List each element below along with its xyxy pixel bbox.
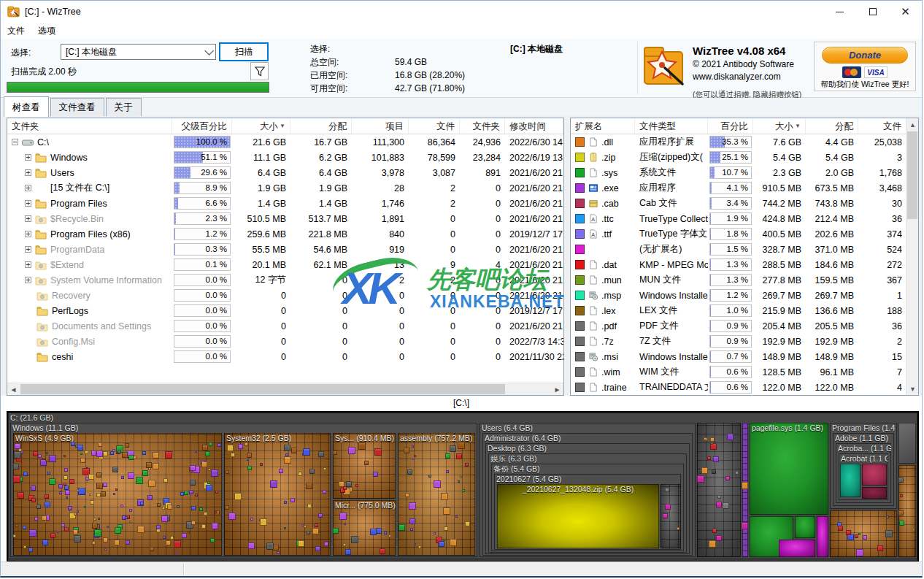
column-header[interactable]: 分配 (806, 118, 858, 134)
treemap[interactable]: C: (21.6 GB)Windows (11.1 GB)WinSxS (4.9… (7, 411, 919, 562)
modified-cell: 2022/6/30 14:0 (505, 137, 563, 147)
treemap-block[interactable]: assembly (757.2 MB) (398, 433, 475, 556)
website-link[interactable]: www.diskanalyzer.com (693, 72, 817, 82)
treemap-tile[interactable] (697, 423, 741, 557)
scroll-down-icon[interactable]: ▼ (906, 383, 919, 395)
column-header[interactable]: 修改时间 (505, 118, 563, 134)
maximize-button[interactable] (856, 1, 889, 23)
expand-icon[interactable] (25, 215, 31, 222)
table-row[interactable]: .pdfPDF 文件0.9 %205.4 MB205.5 MB36 (571, 318, 918, 334)
menu-item-file[interactable]: 文件 (1, 23, 31, 39)
treemap-tile[interactable] (830, 510, 897, 557)
expand-icon[interactable] (25, 231, 31, 237)
column-header[interactable]: 文件夹 (7, 118, 172, 134)
table-row[interactable]: Recovery0.0 %000002021/6/20 21:1 (7, 288, 563, 303)
table-row[interactable]: System Volume Information0.0 %12 字节02202… (7, 272, 563, 288)
column-header[interactable]: 文件 (409, 118, 460, 134)
treemap-block[interactable]: _20210627_132048.zip (5.4 GB) (497, 484, 659, 548)
table-row[interactable]: .7z7Z 文件0.9 %192.9 MB192.9 MB2 (571, 334, 918, 349)
table-row[interactable]: .cabCab 文件3.4 %744.2 MB743.8 MB30 (571, 196, 918, 211)
column-header[interactable]: 文件 (858, 118, 906, 134)
expand-icon[interactable] (25, 185, 31, 191)
table-row[interactable]: .munMUN 文件1.3 %277.8 MB159.5 MB367 (571, 272, 918, 288)
table-row[interactable]: Documents and Settings0.0 %000002021/6/2… (7, 318, 563, 334)
treemap-tile[interactable] (898, 465, 916, 557)
horizontal-scrollbar[interactable]: ◄ ► (7, 383, 563, 395)
column-header[interactable]: 文件类型 (635, 118, 708, 134)
table-row[interactable]: .exe应用程序4.1 %910.5 MB673.5 MB3,468 (571, 180, 918, 196)
table-row[interactable]: .traineTRAINEDDATA 文0.6 %122.0 MB122.0 M… (571, 380, 918, 395)
treemap-tile[interactable] (862, 487, 887, 499)
collapse-icon[interactable] (12, 139, 18, 145)
table-row[interactable]: Users29.6 %6.4 GB6.4 GB3,9783,0878912021… (7, 165, 563, 180)
table-row[interactable]: $Extend0.1 %20.1 MB62.1 MB13942021/6/20 … (7, 257, 563, 272)
expand-icon[interactable] (25, 246, 31, 253)
treemap-tile[interactable] (779, 540, 815, 557)
treemap-block[interactable]: pagefile.sys (1.4 GB) (750, 423, 828, 515)
column-header[interactable]: 父级百分比 (172, 118, 232, 134)
treemap-tile[interactable] (661, 484, 681, 548)
treemap-block[interactable]: Micr... (775.0 MB) (333, 500, 396, 556)
menu-item-options[interactable]: 选项 (31, 23, 62, 39)
expand-icon[interactable] (25, 261, 31, 268)
table-row[interactable]: Program Files (x86)1.2 %259.6 MB221.8 MB… (7, 226, 563, 242)
scrollbar-thumb[interactable] (907, 131, 917, 219)
table-row[interactable]: .msiWindows Installe0.7 %148.9 MB148.9 M… (571, 349, 918, 364)
treemap-tile[interactable] (742, 423, 748, 557)
tab-树查看[interactable]: 树查看 (4, 96, 49, 117)
donate-button[interactable]: Donate (822, 47, 908, 64)
treemap-block[interactable]: Sys... (910.4 MB) (333, 433, 396, 499)
tab-文件查看[interactable]: 文件查看 (50, 98, 104, 117)
column-header[interactable]: 大小 ▼ (753, 118, 806, 134)
expand-icon[interactable] (25, 169, 31, 176)
close-button[interactable]: ✕ (889, 1, 922, 23)
treemap-block[interactable]: WinSxS (4.9 GB) (13, 433, 222, 556)
table-row[interactable]: .wimWIM 文件0.6 %128.5 MB96.1 MB7 (571, 364, 918, 380)
expand-icon[interactable] (25, 277, 31, 283)
table-row[interactable]: A.ttcTrueType Collect1.9 %424.8 MB212.4 … (571, 211, 918, 226)
scrollbar-thumb[interactable] (20, 384, 505, 394)
table-row[interactable]: .dll应用程序扩展35.3 %7.6 GB4.4 GB25,038 (571, 134, 918, 150)
table-row[interactable]: (无扩展名)1.5 %328.7 MB371.0 MB524 (571, 242, 918, 257)
treemap-tile[interactable] (898, 423, 916, 464)
treemap-tile[interactable] (817, 516, 828, 557)
column-header[interactable]: 扩展名 (571, 118, 635, 134)
filter-button[interactable] (250, 62, 269, 80)
scroll-left-icon[interactable]: ◄ (7, 383, 20, 396)
table-row[interactable]: .lexLEX 文件1.0 %215.9 MB136.6 MB188 (571, 303, 918, 318)
table-row[interactable]: Config.Msi0.0 %000002022/7/3 14:33 (7, 334, 563, 349)
table-row[interactable]: Windows51.1 %11.1 GB6.2 GB101,88378,5992… (7, 150, 563, 165)
table-row[interactable]: ceshi0.0 %000002021/11/30 22 (7, 349, 563, 364)
table-row[interactable]: PerfLogs0.0 %000002019/12/7 17:1 (7, 303, 563, 318)
percent-cell: 0.0 % (172, 289, 232, 302)
expand-icon[interactable] (25, 154, 31, 161)
treemap-tile[interactable] (840, 464, 861, 497)
table-row[interactable]: ProgramData0.3 %55.5 MB54.6 MB919002021/… (7, 242, 563, 257)
table-row[interactable]: .zip压缩(zipped)文(25.1 %5.4 GB5.4 GB3 (571, 150, 918, 165)
column-header[interactable]: 项目 (352, 118, 409, 134)
tab-关于[interactable]: 关于 (106, 98, 142, 117)
column-header[interactable]: 百分比 (708, 118, 753, 134)
vertical-scrollbar[interactable]: ▲ ▼ (906, 118, 918, 395)
table-row[interactable]: A.ttfTrueType 字体文1.8 %400.5 MB202.6 MB37… (571, 226, 918, 242)
column-header[interactable]: 分配 (290, 118, 352, 134)
scroll-right-icon[interactable]: ► (551, 383, 563, 396)
color-swatch (575, 260, 585, 269)
column-header[interactable]: 大小 ▼ (232, 118, 290, 134)
drive-select[interactable]: [C:] 本地磁盘 (61, 44, 216, 60)
treemap-tile[interactable] (795, 516, 815, 538)
treemap-block[interactable]: System32 (2.5 GB) (224, 433, 331, 556)
treemap-tile[interactable] (862, 464, 887, 486)
table-row[interactable]: $Recycle.Bin2.3 %510.5 MB513.7 MB1,89100… (7, 211, 563, 226)
expand-icon[interactable] (25, 200, 31, 207)
table-row[interactable]: [15 文件在 C:\]8.9 %1.9 GB1.9 GB28202021/6/… (7, 180, 563, 196)
table-row[interactable]: Program Files6.6 %1.4 GB1.4 GB1,74620202… (7, 196, 563, 211)
column-header[interactable]: 文件夹 (460, 118, 505, 134)
minimize-button[interactable] (823, 1, 856, 23)
table-row[interactable]: .datKMP - MPEG Mc1.3 %288.5 MB184.6 MB27… (571, 257, 918, 272)
scan-button[interactable]: 扫描 (219, 42, 269, 61)
table-row[interactable]: .mspWindows Installe1.2 %269.7 MB269.7 M… (571, 288, 918, 303)
table-row[interactable]: .sys系统文件10.7 %2.3 GB2.0 GB1,768 (571, 165, 918, 180)
table-row[interactable]: C:\100.0 %21.6 GB16.7 GB111,30086,36424,… (7, 134, 563, 150)
scroll-up-icon[interactable]: ▲ (906, 118, 919, 131)
